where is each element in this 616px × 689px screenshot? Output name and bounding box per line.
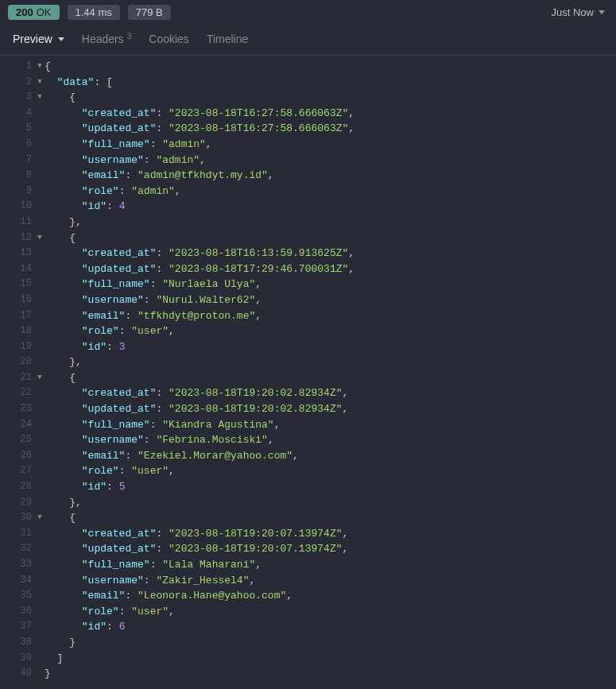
line-number: 36 xyxy=(0,604,35,620)
code-line: 13 "created_at": "2023-08-18T16:13:59.91… xyxy=(0,246,616,261)
fold-toggle-icon xyxy=(35,651,45,667)
fold-toggle-icon[interactable]: ▼ xyxy=(35,90,45,106)
fold-toggle-icon xyxy=(35,261,45,277)
line-number: 17 xyxy=(0,308,35,324)
code-content: "email": "admin@tfkhdyt.my.id", xyxy=(45,168,616,184)
fold-toggle-icon xyxy=(35,495,45,511)
code-content: "full_name": "Nurlaela Ulya", xyxy=(45,277,616,292)
line-number: 23 xyxy=(0,401,35,417)
code-line: 14 "updated_at": "2023-08-18T17:29:46.70… xyxy=(0,261,616,277)
line-number: 7 xyxy=(0,153,35,168)
status-code: 200 xyxy=(16,6,33,18)
code-content: "username": "Nurul.Walter62", xyxy=(45,292,616,308)
fold-toggle-icon xyxy=(35,385,45,401)
tab-headers[interactable]: Headers3 xyxy=(82,33,131,45)
fold-toggle-icon xyxy=(35,277,45,292)
code-line: 4 "created_at": "2023-08-18T16:27:58.666… xyxy=(0,106,616,122)
json-viewer[interactable]: 1▼{2▼ "data": [3▼ {4 "created_at": "2023… xyxy=(0,56,616,688)
code-content: "id": 6 xyxy=(45,619,616,635)
fold-toggle-icon xyxy=(35,168,45,184)
time-ago-dropdown[interactable]: Just Now xyxy=(548,5,608,20)
line-number: 12 xyxy=(0,230,35,246)
line-number: 39 xyxy=(0,651,35,667)
line-number: 9 xyxy=(0,184,35,199)
size-pill: 779 B xyxy=(128,5,171,20)
fold-toggle-icon[interactable]: ▼ xyxy=(35,510,45,526)
code-content: "role": "user", xyxy=(45,323,616,339)
code-content: "username": "Febrina.Mosciski", xyxy=(45,432,616,448)
code-content: ] xyxy=(45,651,616,667)
line-number: 38 xyxy=(0,635,35,651)
code-content: "username": "admin", xyxy=(45,153,616,168)
code-content: "updated_at": "2023-08-18T19:20:02.82934… xyxy=(45,401,616,417)
code-line: 22 "created_at": "2023-08-18T19:20:02.82… xyxy=(0,385,616,401)
code-content: "email": "tfkhdyt@proton.me", xyxy=(45,308,616,324)
tab-timeline[interactable]: Timeline xyxy=(207,33,248,45)
code-content: "full_name": "Kiandra Agustina", xyxy=(45,417,616,433)
code-line: 25 "username": "Febrina.Mosciski", xyxy=(0,432,616,448)
code-content: { xyxy=(45,510,616,526)
line-number: 31 xyxy=(0,526,35,542)
time-pill: 1.44 ms xyxy=(68,5,120,20)
fold-toggle-icon xyxy=(35,215,45,230)
code-content: "full_name": "Lala Maharani", xyxy=(45,557,616,573)
fold-toggle-icon[interactable]: ▼ xyxy=(35,230,45,246)
code-content: "role": "admin", xyxy=(45,184,616,199)
code-content: "created_at": "2023-08-18T16:27:58.66606… xyxy=(45,106,616,122)
status-bar: 200 OK 1.44 ms 779 B Just Now xyxy=(0,0,616,25)
fold-toggle-icon xyxy=(35,635,45,651)
line-number: 21 xyxy=(0,370,35,386)
fold-toggle-icon xyxy=(35,323,45,339)
caret-down-icon xyxy=(58,37,64,41)
line-number: 19 xyxy=(0,339,35,355)
tab-preview[interactable]: Preview xyxy=(13,33,64,45)
tab-cookies[interactable]: Cookies xyxy=(149,33,189,45)
fold-toggle-icon xyxy=(35,619,45,635)
line-number: 13 xyxy=(0,246,35,261)
code-line: 40} xyxy=(0,666,616,682)
line-number: 29 xyxy=(0,495,35,511)
code-content: }, xyxy=(45,215,616,230)
fold-toggle-icon[interactable]: ▼ xyxy=(35,59,45,75)
response-tabs: Preview Headers3 Cookies Timeline xyxy=(0,25,616,56)
line-number: 18 xyxy=(0,323,35,339)
code-line: 31 "created_at": "2023-08-18T19:20:07.13… xyxy=(0,526,616,542)
line-number: 14 xyxy=(0,261,35,277)
code-line: 35 "email": "Leonora.Hane@yahoo.com", xyxy=(0,588,616,604)
code-content: "email": "Ezekiel.Morar@yahoo.com", xyxy=(45,448,616,464)
fold-toggle-icon xyxy=(35,432,45,448)
fold-toggle-icon xyxy=(35,153,45,168)
code-content: "role": "user", xyxy=(45,604,616,620)
line-number: 40 xyxy=(0,666,35,682)
fold-toggle-icon xyxy=(35,106,45,122)
code-line: 18 "role": "user", xyxy=(0,323,616,339)
fold-toggle-icon xyxy=(35,199,45,215)
line-number: 32 xyxy=(0,541,35,557)
fold-toggle-icon xyxy=(35,526,45,542)
line-number: 16 xyxy=(0,292,35,308)
fold-toggle-icon xyxy=(35,137,45,153)
code-line: 6 "full_name": "admin", xyxy=(0,137,616,153)
code-content: }, xyxy=(45,495,616,511)
code-content: "id": 5 xyxy=(45,479,616,495)
code-content: { xyxy=(45,370,616,386)
fold-toggle-icon xyxy=(35,448,45,464)
fold-toggle-icon[interactable]: ▼ xyxy=(35,75,45,91)
code-line: 24 "full_name": "Kiandra Agustina", xyxy=(0,417,616,433)
fold-toggle-icon xyxy=(35,401,45,417)
time-ago-label: Just Now xyxy=(552,6,594,18)
line-number: 34 xyxy=(0,573,35,589)
fold-toggle-icon xyxy=(35,479,45,495)
code-content: "id": 3 xyxy=(45,339,616,355)
code-line: 26 "email": "Ezekiel.Morar@yahoo.com", xyxy=(0,448,616,464)
code-line: 11 }, xyxy=(0,215,616,230)
line-number: 22 xyxy=(0,385,35,401)
code-line: 10 "id": 4 xyxy=(0,199,616,215)
code-content: } xyxy=(45,666,616,682)
line-number: 28 xyxy=(0,479,35,495)
code-line: 2▼ "data": [ xyxy=(0,75,616,91)
code-content: "data": [ xyxy=(45,75,616,91)
fold-toggle-icon[interactable]: ▼ xyxy=(35,370,45,386)
code-line: 38 } xyxy=(0,635,616,651)
headers-count-badge: 3 xyxy=(127,32,132,41)
